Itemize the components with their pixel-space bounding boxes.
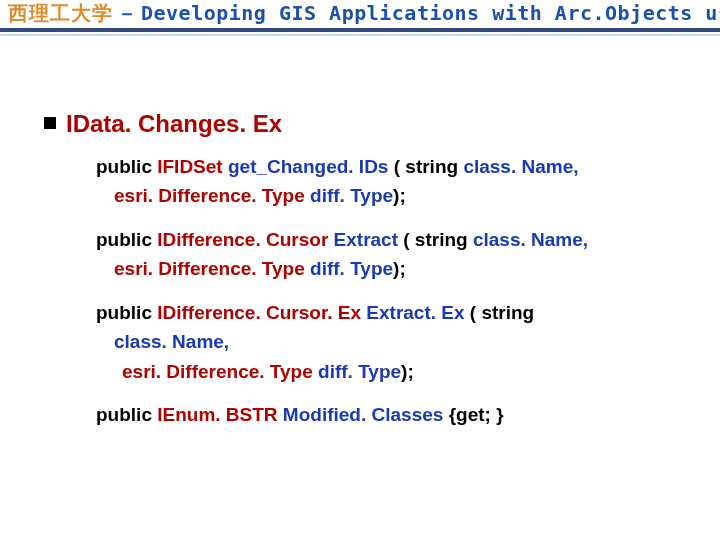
keyword: {get; } xyxy=(449,404,504,425)
param-name: class. Name, xyxy=(114,331,229,352)
bullet-icon xyxy=(44,117,56,129)
method-name: get_Changed. IDs xyxy=(228,156,394,177)
param-name: diff. Type xyxy=(310,185,393,206)
type-name: IFIDSet xyxy=(157,156,228,177)
title-chinese: 西理工大学 xyxy=(8,0,113,27)
divider-dark xyxy=(0,28,720,32)
title-bar: 西理工大学 － Developing GIS Applications with… xyxy=(0,0,720,26)
method-name: Extract. Ex xyxy=(366,302,470,323)
keyword: public xyxy=(96,404,157,425)
slide: 西理工大学 － Developing GIS Applications with… xyxy=(0,0,720,540)
keyword: public xyxy=(96,302,157,323)
bullet-item: IData. Changes. Ex xyxy=(44,110,696,138)
param-name: class. Name, xyxy=(473,229,588,250)
param-name: diff. Type xyxy=(310,258,393,279)
type-name: IEnum. BSTR xyxy=(157,404,283,425)
keyword: ( string xyxy=(403,229,473,250)
property-name: Modified. Classes xyxy=(283,404,449,425)
content-area: IData. Changes. Ex public IFIDSet get_Ch… xyxy=(44,110,696,444)
signature-item: public IEnum. BSTR Modified. Classes {ge… xyxy=(96,400,696,429)
param-name: class. Name, xyxy=(463,156,578,177)
signature-item: public IDifference. Cursor Extract ( str… xyxy=(96,225,696,284)
keyword: public xyxy=(96,156,157,177)
keyword: ( string xyxy=(394,156,464,177)
signature-item: public IDifference. Cursor. Ex Extract. … xyxy=(96,298,696,386)
keyword: ); xyxy=(393,258,406,279)
bullet-title: IData. Changes. Ex xyxy=(66,110,282,138)
type-name: IDifference. Cursor xyxy=(157,229,333,250)
keyword: public xyxy=(96,229,157,250)
type-name: IDifference. Cursor. Ex xyxy=(157,302,366,323)
keyword: ); xyxy=(393,185,406,206)
keyword: ); xyxy=(401,361,414,382)
keyword: ( string xyxy=(470,302,534,323)
param-name: diff. Type xyxy=(318,361,401,382)
type-name: esri. Difference. Type xyxy=(114,185,310,206)
title-english: Developing GIS Applications with Arc.Obj… xyxy=(141,1,720,25)
method-name: Extract xyxy=(334,229,404,250)
signature-list: public IFIDSet get_Changed. IDs ( string… xyxy=(96,152,696,430)
title-separator: － xyxy=(113,0,141,27)
signature-item: public IFIDSet get_Changed. IDs ( string… xyxy=(96,152,696,211)
divider-light xyxy=(0,34,720,36)
type-name: esri. Difference. Type xyxy=(122,361,318,382)
type-name: esri. Difference. Type xyxy=(114,258,310,279)
